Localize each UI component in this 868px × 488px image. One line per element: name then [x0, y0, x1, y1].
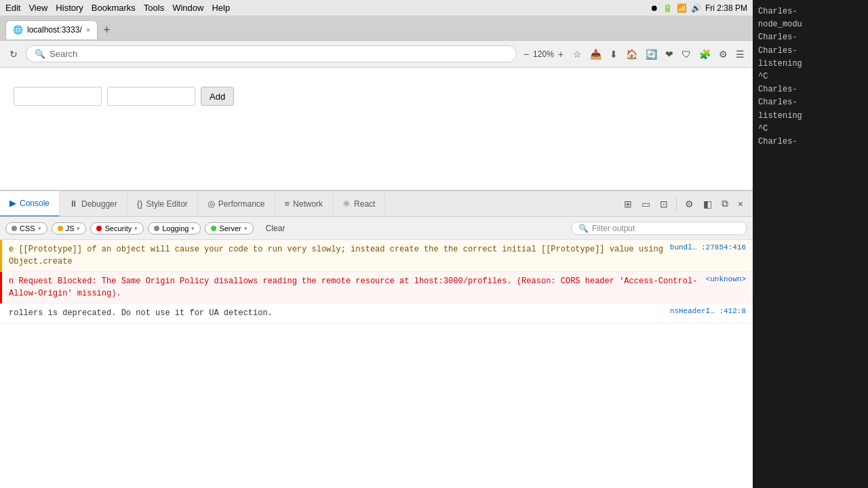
menu-bar: Edit View History Bookmarks Tools Window… [0, 0, 753, 16]
terminal-line: ^C [758, 70, 863, 83]
add-form: Add [14, 87, 739, 106]
performance-tab-icon: ◎ [208, 199, 215, 209]
reload-button[interactable]: ↻ [5, 46, 22, 62]
network-tab-icon: ≡ [285, 199, 290, 209]
terminal-line: Charles- [758, 83, 863, 96]
menu-history[interactable]: History [56, 3, 83, 13]
heart-icon[interactable]: ❤ [663, 46, 676, 62]
logging-chevron-icon: ▾ [191, 225, 195, 232]
tab-label: localhost:3333/ [27, 25, 82, 35]
filter-logging[interactable]: Logging ▾ [148, 222, 201, 235]
console-tab-label: Console [20, 199, 50, 208]
zoom-out-button[interactable]: − [521, 47, 532, 61]
settings-icon-button[interactable]: ⚙ [681, 196, 698, 212]
filter-js[interactable]: JS ▾ [52, 222, 87, 235]
inspector-icon-button[interactable]: ⊞ [620, 196, 636, 212]
zoom-level: 120% [533, 49, 554, 59]
zoom-in-button[interactable]: + [555, 47, 566, 61]
network-tab-label: Network [293, 199, 323, 209]
terminal-line: Charles- [758, 31, 863, 44]
terminal-line: node_modu [758, 18, 863, 31]
filter-server[interactable]: Server ▾ [205, 222, 253, 235]
clear-button[interactable]: Clear [260, 222, 291, 235]
filter-css[interactable]: CSS ▾ [5, 222, 47, 235]
tab-console[interactable]: ▶ Console [0, 191, 60, 217]
css-chevron-icon: ▾ [38, 225, 41, 232]
settings-icon[interactable]: ⚙ [716, 46, 730, 62]
terminal-line: Charles- [758, 96, 863, 109]
js-chevron-icon: ▾ [77, 225, 80, 232]
screenshot-icon-button[interactable]: ⊡ [656, 196, 672, 212]
system-tray: ⏺ 🔋 📶 🔊 Fri 2:38 PM [650, 3, 747, 13]
console-source[interactable]: nsHeaderI… :412:8 [670, 307, 746, 315]
search-placeholder: Search [50, 49, 77, 59]
browser-tab[interactable]: 🌐 localhost:3333/ × [5, 20, 98, 39]
tab-style-editor[interactable]: {} Style Editor [127, 191, 198, 217]
menu-help[interactable]: Help [212, 3, 230, 13]
download-icon[interactable]: ⬇ [607, 46, 620, 62]
close-devtools-button[interactable]: × [734, 196, 747, 212]
search-icon: 🔍 [35, 49, 45, 59]
console-source[interactable]: <unknown> [706, 275, 746, 283]
tab-performance[interactable]: ◎ Performance [198, 191, 275, 217]
input-field-2[interactable] [107, 87, 195, 106]
terminal-line: Charles- [758, 136, 863, 148]
terminal-line: Charles- [758, 45, 863, 58]
performance-tab-label: Performance [218, 199, 265, 209]
sync-icon[interactable]: 🔄 [643, 46, 660, 62]
menu-view[interactable]: View [28, 3, 47, 13]
tab-network[interactable]: ≡ Network [275, 191, 334, 217]
tray-record-icon: ⏺ [650, 3, 658, 13]
server-filter-dot [211, 226, 216, 231]
new-tab-button[interactable]: + [103, 24, 111, 36]
home-icon[interactable]: 🏠 [623, 46, 640, 62]
console-row: e [[Prototype]] of an object will cause … [0, 240, 753, 272]
terminal-panel: Charles- node_modu Charles- Charles- lis… [753, 0, 868, 488]
filter-output-search[interactable]: 🔍 Filter output [571, 222, 747, 235]
shield-icon[interactable]: 🛡 [679, 46, 694, 62]
menu-tools[interactable]: Tools [144, 3, 164, 13]
tab-react[interactable]: ⚛ React [333, 191, 385, 217]
tray-wifi-icon: 📶 [677, 3, 687, 13]
tray-sound-icon: 🔊 [691, 3, 701, 13]
address-bar[interactable]: 🔍 Search [26, 45, 517, 62]
console-row: rollers is deprecated. Do not use it for… [0, 304, 753, 323]
extension-icon[interactable]: 🧩 [696, 46, 713, 62]
add-button[interactable]: Add [201, 87, 234, 106]
pocket-icon[interactable]: 📥 [587, 46, 604, 62]
security-filter-label: Security [104, 224, 132, 232]
console-message: e [[Prototype]] of an object will cause … [9, 243, 665, 268]
bookmark-star-icon[interactable]: ☆ [570, 46, 585, 62]
nav-bar: ↻ 🔍 Search − 120% + ☆ 📥 ⬇ 🏠 🔄 ❤ 🛡 🧩 ⚙ ☰ [0, 41, 753, 68]
filter-output-placeholder: Filter output [592, 224, 635, 233]
menu-window[interactable]: Window [172, 3, 203, 13]
console-row: n Request Blocked: The Same Origin Polic… [0, 272, 753, 304]
tab-favicon: 🌐 [13, 25, 23, 35]
dock-icon-button[interactable]: ◧ [699, 196, 716, 212]
style-editor-tab-label: Style Editor [146, 199, 187, 209]
server-filter-label: Server [219, 224, 241, 232]
server-chevron-icon: ▾ [244, 225, 248, 232]
security-chevron-icon: ▾ [134, 225, 138, 232]
terminal-line: ^C [758, 123, 863, 136]
react-tab-label: React [354, 199, 375, 209]
tab-bar: 🌐 localhost:3333/ × + [0, 16, 753, 41]
debugger-tab-icon: ⏸ [69, 199, 78, 209]
tab-debugger[interactable]: ⏸ Debugger [60, 191, 127, 217]
tab-close-button[interactable]: × [86, 26, 90, 34]
js-filter-label: JS [66, 224, 75, 232]
responsive-icon-button[interactable]: ▭ [637, 196, 654, 212]
console-source[interactable]: bundl… :27854:416 [670, 243, 746, 251]
menu-edit[interactable]: Edit [5, 3, 20, 13]
logging-filter-dot [154, 226, 159, 231]
overflow-icon[interactable]: ☰ [733, 46, 747, 62]
terminal-line: listening [758, 58, 863, 70]
console-message: n Request Blocked: The Same Origin Polic… [9, 275, 701, 300]
input-field-1[interactable] [14, 87, 102, 106]
debugger-tab-label: Debugger [81, 199, 117, 209]
detach-icon-button[interactable]: ⧉ [717, 195, 732, 212]
filter-security[interactable]: Security ▾ [90, 222, 144, 235]
browser-content: Add [0, 68, 753, 190]
style-editor-tab-icon: {} [137, 199, 143, 209]
menu-bookmarks[interactable]: Bookmarks [92, 3, 136, 13]
